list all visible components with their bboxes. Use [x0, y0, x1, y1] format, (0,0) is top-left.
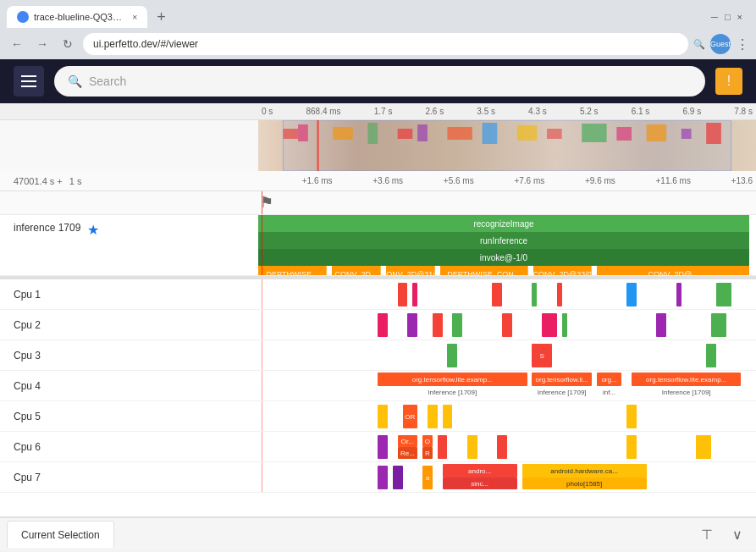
- cpu2-bar-2: [407, 313, 417, 337]
- perfetto-app: 🔍 Search ! 0 s 868.4 ms 1.7 s 2.6 s 3.5 …: [0, 59, 756, 550]
- scroll-top-button[interactable]: ⊤: [695, 522, 719, 546]
- hamburger-menu-button[interactable]: [14, 66, 44, 97]
- detail-ruler-left: 47001.4 s + 1 s: [0, 171, 258, 190]
- depthwise-block-2[interactable]: DEPTHWISE_CON...: [440, 266, 528, 275]
- minimize-button[interactable]: ─: [711, 12, 718, 22]
- forward-button[interactable]: →: [32, 34, 52, 54]
- cpu5-canvas[interactable]: OR: [258, 401, 756, 431]
- mark-69: 6.9 s: [682, 107, 701, 116]
- cpu2-cursor: [262, 310, 262, 339]
- cpu2-bar-7: [562, 313, 567, 337]
- mark-17: 1.7 s: [374, 107, 393, 116]
- overview-ruler-marks: 0 s 868.4 ms 1.7 s 2.6 s 3.5 s 4.3 s 5.2…: [258, 103, 756, 119]
- cpu6-bar-2: Or...: [398, 435, 418, 447]
- cpu2-bar-5: [502, 313, 512, 337]
- conv2d-block-4[interactable]: CONV_2D@...: [597, 266, 749, 275]
- close-window-button[interactable]: ×: [737, 12, 742, 22]
- cpu6-bar-8: [696, 435, 711, 459]
- cpu4-track: Cpu 4 org.tensorflow.lite.examp... Infer…: [0, 371, 756, 401]
- cpu4-tf-block-3[interactable]: org...: [597, 373, 621, 386]
- cpu5-bar-1: [378, 405, 388, 428]
- cpu-tracks-container[interactable]: Cpu 1 Cpu 2: [0, 279, 756, 516]
- cpu6-bar-3b: R: [422, 447, 433, 459]
- detail-mark-1: +1.6 ms: [302, 176, 333, 185]
- detail-mark-7: +13.6: [731, 176, 753, 185]
- reload-button[interactable]: ↻: [58, 34, 78, 54]
- new-tab-button[interactable]: +: [151, 7, 171, 27]
- cpu7-android-block[interactable]: andro...: [443, 464, 517, 477]
- cpu6-canvas[interactable]: Or... Re... O R: [258, 432, 756, 461]
- cpu2-bar-4: [452, 313, 462, 337]
- cpu3-bar-3: [706, 344, 716, 367]
- current-selection-tab[interactable]: Current Selection: [7, 521, 114, 548]
- address-input[interactable]: [83, 33, 688, 55]
- cpu6-bar-1: [378, 435, 388, 459]
- cpu4-inference-label-1: Inference [1709]: [378, 386, 527, 398]
- cpu3-canvas[interactable]: S: [258, 340, 756, 370]
- cpu1-bar-8: [716, 283, 731, 306]
- cpu7-sinc-block: sinc...: [443, 477, 517, 489]
- cpu5-label: Cpu 5: [0, 411, 258, 422]
- cpu2-canvas[interactable]: [258, 310, 756, 339]
- cpu1-canvas[interactable]: [258, 279, 756, 309]
- conv2d-block-3[interactable]: CONV_2D@33/0: [533, 266, 593, 275]
- cpu4-tf-block-4[interactable]: org.tensorflow.lite.examp...: [632, 373, 741, 386]
- detail-mark-5: +9.6 ms: [585, 176, 615, 185]
- flag-row-canvas: ⚑: [258, 191, 756, 214]
- cpu6-bar-5: [467, 435, 477, 459]
- search-bar[interactable]: 🔍 Search: [54, 66, 705, 97]
- active-tab[interactable]: trace-blueline-QQ3A.20080... ×: [7, 6, 147, 28]
- browser-right-controls: 🔍 Guest ⋮: [693, 34, 749, 54]
- search-browser-icon: 🔍: [693, 39, 705, 50]
- cpu6-label: Cpu 6: [0, 441, 258, 453]
- conv2d-block-1[interactable]: CONV_2D...: [332, 266, 381, 275]
- cpu5-bar-4: [443, 405, 453, 428]
- cpu5-bar-5: [626, 405, 637, 428]
- back-button[interactable]: ←: [7, 34, 27, 54]
- cpu1-label: Cpu 1: [0, 289, 258, 301]
- cpu4-canvas[interactable]: org.tensorflow.lite.examp... Inference […: [258, 371, 756, 400]
- cpu2-bar-6: [542, 313, 557, 337]
- cpu2-track: Cpu 2: [0, 310, 756, 340]
- conv2d-block-2[interactable]: CONV_2D@31/0: [386, 266, 435, 275]
- cpu1-bar-2: [412, 283, 417, 306]
- cpu5-bar-2: OR: [403, 405, 418, 428]
- cpu6-bar-4: [438, 435, 448, 459]
- invoke-block[interactable]: invoke@-1/0: [258, 249, 749, 266]
- depthwise-block-1[interactable]: DEPTHWISE...: [258, 266, 327, 275]
- cpu7-canvas[interactable]: a andro... sinc... android.hardware.ca..…: [258, 462, 756, 492]
- inference-track-canvas[interactable]: recognizeImage runInference invoke@-1/0 …: [258, 215, 749, 275]
- cpu6-bar-2b: Re...: [398, 447, 418, 459]
- cpu7-hardware-block[interactable]: android.hardware.ca...: [522, 464, 647, 477]
- alert-button[interactable]: !: [715, 68, 742, 95]
- minimap-canvas[interactable]: [258, 120, 756, 171]
- cpu4-inference-label-4: Inference [1709]: [632, 386, 741, 398]
- search-placeholder: Search: [89, 75, 692, 88]
- detail-timeline: 47001.4 s + 1 s +1.6 ms +3.6 ms +5.6 ms …: [0, 171, 756, 516]
- cpu4-tf-block-2[interactable]: org.tensorflow.li...: [532, 373, 592, 386]
- cpu3-bar-2: S: [532, 344, 552, 367]
- run-inference-block[interactable]: runInference: [258, 232, 749, 249]
- bottom-bar: Current Selection ⊤ ∨: [0, 516, 756, 550]
- browser-menu-button[interactable]: ⋮: [736, 36, 749, 52]
- minimap-left: [0, 120, 258, 171]
- cpu6-cursor: [262, 432, 262, 461]
- recognize-image-block[interactable]: recognizeImage: [258, 215, 749, 232]
- profile-button[interactable]: Guest: [710, 34, 731, 54]
- maximize-button[interactable]: □: [725, 12, 731, 22]
- address-bar-row: ← → ↻ 🔍 Guest ⋮: [0, 29, 756, 59]
- tab-close-button[interactable]: ×: [132, 12, 137, 22]
- cpu3-label: Cpu 3: [0, 350, 258, 362]
- search-icon: 🔍: [68, 75, 82, 88]
- cpu4-tf-block-1[interactable]: org.tensorflow.lite.examp...: [378, 373, 527, 386]
- cpu5-bar-3: [428, 405, 438, 428]
- bottom-controls: ⊤ ∨: [695, 522, 749, 546]
- scroll-down-button[interactable]: ∨: [726, 522, 749, 546]
- cpu6-bar-7: [626, 435, 637, 459]
- cpu3-track: Cpu 3 S: [0, 340, 756, 371]
- cpu7-photo-block: photo[1585]: [522, 477, 647, 489]
- cpu2-label: Cpu 2: [0, 319, 258, 331]
- mark-868: 868.4 ms: [306, 107, 340, 116]
- cpu1-bar-3: [492, 283, 502, 306]
- mark-0s: 0 s: [262, 107, 273, 116]
